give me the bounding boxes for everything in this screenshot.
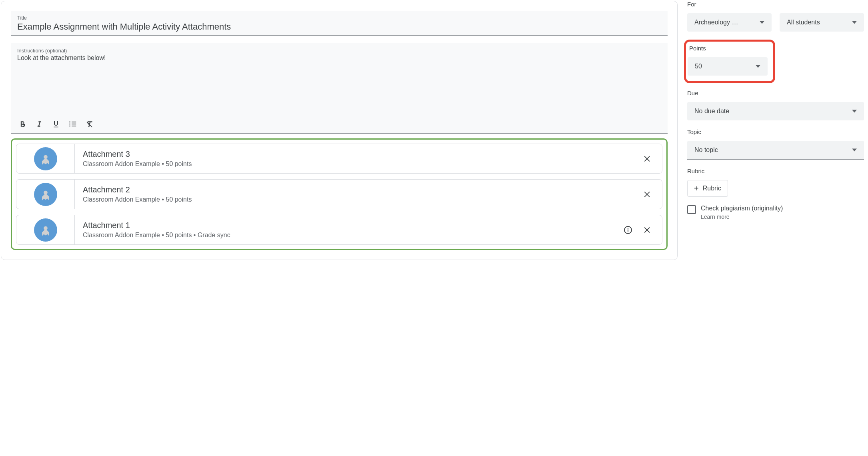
close-icon <box>643 226 652 234</box>
attachment-subtitle: Classroom Addon Example • 50 points <box>83 196 633 203</box>
assignment-sidebar: For Archaeology … All students Points 50… <box>687 1 867 260</box>
attachment-info-button[interactable] <box>622 224 634 236</box>
title-input[interactable] <box>17 22 661 32</box>
points-label: Points <box>689 45 768 52</box>
bulleted-list-button[interactable] <box>68 119 78 129</box>
plus-icon: + <box>694 184 699 192</box>
svg-point-2 <box>44 226 48 230</box>
topic-value: No topic <box>694 146 723 154</box>
svg-rect-5 <box>628 228 628 229</box>
due-date-dropdown[interactable]: No due date <box>687 102 864 120</box>
rubric-button-label: Rubric <box>703 185 721 192</box>
assignment-editor: Title Instructions (optional) <box>1 1 678 260</box>
close-icon <box>643 190 652 199</box>
attachment-card[interactable]: Attachment 3 Classroom Addon Example • 5… <box>16 144 662 174</box>
plagiarism-row: Check plagiarism (originality) Learn mor… <box>687 205 864 220</box>
due-label: Due <box>687 90 864 96</box>
title-field[interactable]: Title <box>11 11 668 36</box>
points-dropdown[interactable]: 50 <box>688 57 768 76</box>
students-dropdown[interactable]: All students <box>780 13 864 32</box>
svg-rect-4 <box>628 229 628 232</box>
title-label: Title <box>17 15 661 21</box>
addon-icon <box>34 218 57 242</box>
rubric-label: Rubric <box>687 168 864 174</box>
remove-attachment-button[interactable] <box>641 188 653 200</box>
caret-down-icon <box>760 20 764 25</box>
caret-down-icon <box>852 148 857 152</box>
format-toolbar <box>11 115 668 134</box>
attachments-highlight: Attachment 3 Classroom Addon Example • 5… <box>11 138 668 250</box>
attachment-actions <box>641 180 662 209</box>
svg-point-1 <box>44 190 48 194</box>
rubric-section: Rubric + Rubric <box>687 168 864 197</box>
addon-icon <box>34 147 57 170</box>
class-dropdown[interactable]: Archaeology … <box>687 13 772 32</box>
attachment-body: Attachment 2 Classroom Addon Example • 5… <box>75 180 641 209</box>
attachment-actions <box>622 215 662 244</box>
caret-down-icon <box>852 20 857 25</box>
class-value: Archaeology … <box>694 19 743 26</box>
due-section: Due No due date <box>687 90 864 120</box>
add-rubric-button[interactable]: + Rubric <box>687 180 728 197</box>
attachment-subtitle: Classroom Addon Example • 50 points • Gr… <box>83 232 614 239</box>
caret-down-icon <box>756 64 760 69</box>
attachment-icon-cell <box>16 144 75 173</box>
for-label: For <box>687 1 864 8</box>
instructions-label: Instructions (optional) <box>17 48 661 54</box>
instructions-field-wrap: Instructions (optional) <box>11 43 668 115</box>
attachment-body: Attachment 1 Classroom Addon Example • 5… <box>75 215 622 244</box>
instructions-input[interactable] <box>17 54 661 110</box>
topic-label: Topic <box>687 128 864 135</box>
close-icon <box>643 154 652 163</box>
info-icon <box>623 225 633 235</box>
plagiarism-label: Check plagiarism (originality) <box>701 205 783 212</box>
points-highlight: Points 50 <box>684 40 775 83</box>
for-section: For Archaeology … All students <box>687 1 864 32</box>
points-value: 50 <box>695 63 707 70</box>
attachment-title: Attachment 3 <box>83 150 633 159</box>
attachment-card[interactable]: Attachment 2 Classroom Addon Example • 5… <box>16 179 662 209</box>
remove-attachment-button[interactable] <box>641 153 653 165</box>
attachment-subtitle: Classroom Addon Example • 50 points <box>83 160 633 168</box>
addon-icon <box>34 183 57 206</box>
bold-button[interactable] <box>17 119 28 129</box>
clear-formatting-button[interactable] <box>84 119 95 129</box>
attachment-icon-cell <box>16 180 75 209</box>
attachment-title: Attachment 2 <box>83 185 633 194</box>
attachment-title: Attachment 1 <box>83 221 614 230</box>
attachment-card[interactable]: Attachment 1 Classroom Addon Example • 5… <box>16 215 662 245</box>
underline-button[interactable] <box>51 119 61 129</box>
italic-button[interactable] <box>34 119 44 129</box>
svg-point-0 <box>44 155 48 159</box>
topic-dropdown[interactable]: No topic <box>687 141 864 160</box>
learn-more-link[interactable]: Learn more <box>701 214 783 220</box>
topic-section: Topic No topic <box>687 128 864 160</box>
due-value: No due date <box>694 108 734 115</box>
attachment-body: Attachment 3 Classroom Addon Example • 5… <box>75 144 641 173</box>
caret-down-icon <box>852 109 857 114</box>
remove-attachment-button[interactable] <box>641 224 653 236</box>
attachment-icon-cell <box>16 215 75 244</box>
students-value: All students <box>787 19 825 26</box>
plagiarism-checkbox[interactable] <box>687 205 696 214</box>
attachment-actions <box>641 144 662 173</box>
